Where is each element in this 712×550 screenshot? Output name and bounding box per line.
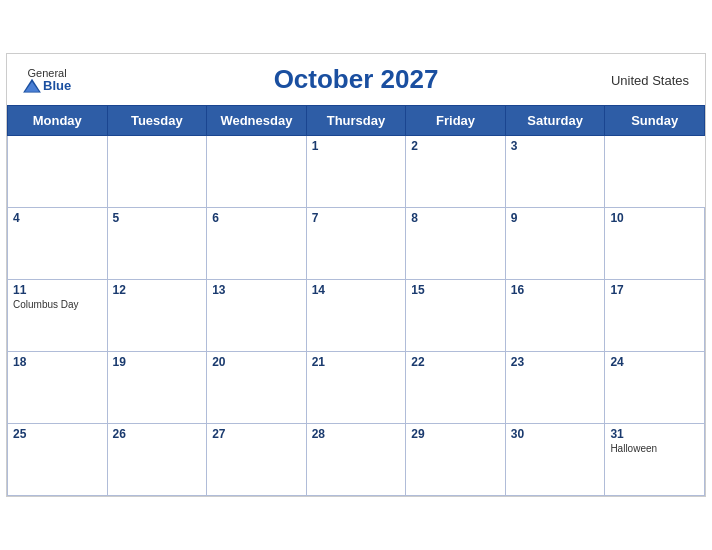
day-number: 20 xyxy=(212,355,301,369)
day-number: 25 xyxy=(13,427,102,441)
calendar-day: 28 xyxy=(306,424,406,496)
day-number: 31 xyxy=(610,427,699,441)
header-wednesday: Wednesday xyxy=(207,106,307,136)
calendar-day: 4 xyxy=(8,208,108,280)
calendar-week-3: 11Columbus Day121314151617 xyxy=(8,280,705,352)
logo-icon xyxy=(23,79,41,93)
day-number: 29 xyxy=(411,427,500,441)
calendar-body: 1234567891011Columbus Day121314151617181… xyxy=(8,136,705,496)
calendar-week-4: 18192021222324 xyxy=(8,352,705,424)
day-number: 11 xyxy=(13,283,102,297)
calendar-day: 29 xyxy=(406,424,506,496)
header-friday: Friday xyxy=(406,106,506,136)
calendar-day: 12 xyxy=(107,280,207,352)
header-tuesday: Tuesday xyxy=(107,106,207,136)
day-number: 26 xyxy=(113,427,202,441)
calendar-day: 31Halloween xyxy=(605,424,705,496)
day-number: 27 xyxy=(212,427,301,441)
calendar-week-5: 25262728293031Halloween xyxy=(8,424,705,496)
country-label: United States xyxy=(611,72,689,87)
day-number: 17 xyxy=(610,283,699,297)
day-number: 8 xyxy=(411,211,500,225)
day-number: 9 xyxy=(511,211,600,225)
calendar-day: 15 xyxy=(406,280,506,352)
day-number: 24 xyxy=(610,355,699,369)
day-number: 18 xyxy=(13,355,102,369)
calendar-day: 3 xyxy=(505,136,605,208)
header-monday: Monday xyxy=(8,106,108,136)
day-number: 22 xyxy=(411,355,500,369)
calendar-day: 6 xyxy=(207,208,307,280)
calendar-day: 17 xyxy=(605,280,705,352)
calendar-day: 24 xyxy=(605,352,705,424)
day-number: 23 xyxy=(511,355,600,369)
day-number: 14 xyxy=(312,283,401,297)
header-saturday: Saturday xyxy=(505,106,605,136)
day-number: 1 xyxy=(312,139,401,153)
calendar-day: 10 xyxy=(605,208,705,280)
day-number: 6 xyxy=(212,211,301,225)
day-number: 2 xyxy=(411,139,500,153)
calendar-week-1: 123 xyxy=(8,136,705,208)
calendar-day: 11Columbus Day xyxy=(8,280,108,352)
header-thursday: Thursday xyxy=(306,106,406,136)
header-sunday: Sunday xyxy=(605,106,705,136)
day-number: 28 xyxy=(312,427,401,441)
day-number: 21 xyxy=(312,355,401,369)
calendar-title: October 2027 xyxy=(274,64,439,95)
logo-blue-text: Blue xyxy=(43,78,71,92)
calendar-day: 16 xyxy=(505,280,605,352)
calendar-day: 30 xyxy=(505,424,605,496)
day-number: 15 xyxy=(411,283,500,297)
calendar-day: 13 xyxy=(207,280,307,352)
calendar-day: 21 xyxy=(306,352,406,424)
day-number: 5 xyxy=(113,211,202,225)
day-number: 10 xyxy=(610,211,699,225)
calendar-day: 7 xyxy=(306,208,406,280)
day-number: 19 xyxy=(113,355,202,369)
calendar-grid: Monday Tuesday Wednesday Thursday Friday… xyxy=(7,105,705,496)
holiday-label: Columbus Day xyxy=(13,299,102,310)
calendar-day: 23 xyxy=(505,352,605,424)
empty-cell xyxy=(207,136,307,208)
logo-area: General Blue xyxy=(23,66,71,92)
calendar-container: General Blue October 2027 United States … xyxy=(6,53,706,497)
calendar-day: 26 xyxy=(107,424,207,496)
day-number: 4 xyxy=(13,211,102,225)
day-number: 16 xyxy=(511,283,600,297)
holiday-label: Halloween xyxy=(610,443,699,454)
day-number: 13 xyxy=(212,283,301,297)
calendar-week-2: 45678910 xyxy=(8,208,705,280)
calendar-day: 5 xyxy=(107,208,207,280)
calendar-header: General Blue October 2027 United States xyxy=(7,54,705,105)
day-number: 12 xyxy=(113,283,202,297)
day-number: 30 xyxy=(511,427,600,441)
calendar-day: 22 xyxy=(406,352,506,424)
empty-cell xyxy=(8,136,108,208)
calendar-day: 19 xyxy=(107,352,207,424)
calendar-day: 1 xyxy=(306,136,406,208)
calendar-day: 2 xyxy=(406,136,506,208)
day-number: 7 xyxy=(312,211,401,225)
empty-cell xyxy=(107,136,207,208)
weekday-header-row: Monday Tuesday Wednesday Thursday Friday… xyxy=(8,106,705,136)
calendar-day: 20 xyxy=(207,352,307,424)
day-number: 3 xyxy=(511,139,600,153)
calendar-day: 8 xyxy=(406,208,506,280)
calendar-day: 18 xyxy=(8,352,108,424)
calendar-day: 14 xyxy=(306,280,406,352)
calendar-day: 27 xyxy=(207,424,307,496)
calendar-day: 9 xyxy=(505,208,605,280)
calendar-day: 25 xyxy=(8,424,108,496)
